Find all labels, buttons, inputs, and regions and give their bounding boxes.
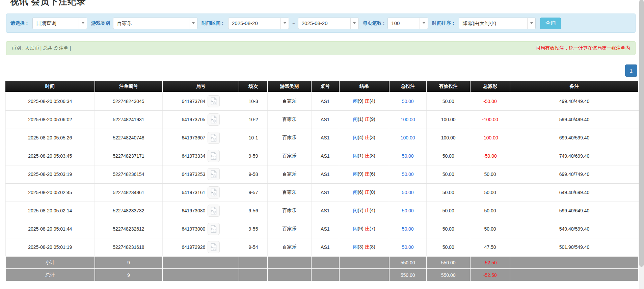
cell-total-bet[interactable]: 50.00: [389, 238, 427, 256]
cell-round-id: 641973607: [162, 129, 239, 147]
footer-empty-cell: [162, 269, 239, 281]
date-from-dropdown-button[interactable]: [280, 18, 289, 29]
table-row: 2025-08-20 05:06:34522748243045641973784…: [5, 92, 639, 110]
date-range-label: 时间区间：: [202, 20, 225, 26]
page-size-dropdown-button[interactable]: [420, 18, 428, 29]
chevron-down-icon: [284, 22, 286, 24]
table-row: 2025-08-20 05:02:45522748234861641973161…: [5, 183, 639, 202]
cell-remark: 699.40/599.40: [510, 129, 639, 147]
sort-order-dropdown-button[interactable]: [527, 18, 535, 29]
round-id-text: 641972926: [182, 244, 205, 250]
result-player-number: (1): [358, 116, 365, 122]
scrollbar-thumb[interactable]: [639, 0, 644, 267]
cell-time: 2025-08-20 05:06:02: [5, 110, 95, 129]
video-record-icon: [210, 225, 217, 233]
cell-game-type: 百家乐: [268, 165, 311, 183]
cell-result: 闲(3) 庄(8): [339, 238, 389, 256]
cell-session: 9-55: [239, 220, 267, 238]
cell-payout: 50.00: [470, 202, 510, 220]
select-mode-value[interactable]: 日期查询: [33, 18, 79, 29]
cell-total-bet[interactable]: 50.00: [389, 92, 427, 110]
column-header-5: 桌号: [311, 81, 339, 92]
game-type-value[interactable]: 百家乐: [113, 18, 189, 29]
date-from-picker[interactable]: 2025-08-20: [228, 18, 289, 29]
result-banker-number: (8): [370, 153, 375, 158]
video-replay-button[interactable]: [208, 95, 220, 107]
video-replay-button[interactable]: [208, 168, 220, 180]
cell-total-bet[interactable]: 50.00: [389, 147, 427, 165]
search-button[interactable]: 查询: [540, 18, 561, 29]
cell-payout: -100.00: [470, 129, 510, 147]
cell-bet-id: 522748234861: [95, 183, 163, 202]
page-size-value[interactable]: 100: [388, 18, 420, 29]
result-player-label: 闲: [353, 244, 358, 249]
cell-result: 闲(6) 庄(0): [339, 183, 389, 202]
cell-session: 10-3: [239, 92, 267, 110]
filter-bar: 请选择： 日期查询 游戏类别 百家乐 时间区间： 2025-08-20 ~ 20…: [6, 14, 636, 33]
table-header-row: 时间注单编号局号场次游戏类别桌号结果总投注有效投注总派彩备注: [5, 81, 639, 92]
subtotal-row: 小计9550.00550.00-52.50: [5, 256, 639, 269]
page-title-clip: 视讯 会员下注纪录: [10, 0, 639, 6]
table-footer: 小计9550.00550.00-52.50总计9550.00550.00-52.…: [5, 256, 639, 281]
cell-game-type: 百家乐: [268, 147, 311, 165]
chevron-down-icon: [423, 22, 425, 24]
game-type-dropdown[interactable]: 百家乐: [113, 18, 197, 29]
cell-bet-id: 522748233732: [95, 202, 163, 220]
sort-order-value[interactable]: 降冪(由大到小): [459, 18, 527, 29]
cell-game-type: 百家乐: [268, 220, 311, 238]
game-type-dropdown-button[interactable]: [189, 18, 197, 29]
cell-bet-id: 522748240748: [95, 129, 163, 147]
date-to-dropdown-button[interactable]: [350, 18, 358, 29]
cell-bet-id: 522748236154: [95, 165, 163, 183]
video-replay-button[interactable]: [208, 132, 220, 144]
cell-valid-bet: 50.00: [426, 220, 470, 238]
cell-game-type: 百家乐: [268, 202, 311, 220]
date-to-value[interactable]: 2025-08-20: [298, 18, 350, 29]
select-mode-dropdown-button[interactable]: [79, 18, 87, 29]
cell-total-bet[interactable]: 50.00: [389, 202, 427, 220]
page-button-1[interactable]: 1: [625, 64, 637, 77]
result-banker-label: 庄: [365, 116, 370, 122]
result-banker-number: (0): [370, 189, 375, 195]
video-replay-button[interactable]: [208, 223, 220, 235]
result-player-number: (6): [358, 189, 365, 195]
footer-valid-bet: 550.00: [426, 256, 470, 269]
cell-total-bet[interactable]: 50.00: [389, 183, 427, 202]
cell-round-id: 641972926: [162, 238, 239, 256]
cell-game-type: 百家乐: [268, 110, 311, 129]
page-size-dropdown[interactable]: 100: [387, 18, 428, 29]
cell-total-bet[interactable]: 50.00: [389, 165, 427, 183]
footer-total-bet: 550.00: [389, 256, 427, 269]
grandtotal-row: 总计9550.00550.00-52.50: [5, 269, 639, 281]
video-record-icon: [210, 152, 217, 160]
window-scrollbar[interactable]: [639, 0, 644, 289]
date-to-picker[interactable]: 2025-08-20: [298, 18, 359, 29]
cell-total-bet[interactable]: 100.00: [389, 129, 427, 147]
video-replay-button[interactable]: [208, 150, 220, 162]
cell-result: 闲(1) 庄(8): [339, 147, 389, 165]
result-player-label: 闲: [353, 208, 358, 213]
footer-label: 小计: [5, 256, 95, 269]
video-replay-button[interactable]: [208, 113, 220, 126]
date-from-value[interactable]: 2025-08-20: [229, 18, 280, 29]
cell-total-bet[interactable]: 100.00: [389, 110, 427, 129]
result-player-label: 闲: [353, 116, 358, 122]
cell-total-bet[interactable]: 50.00: [389, 220, 427, 238]
chevron-down-icon: [530, 22, 533, 24]
video-replay-button[interactable]: [208, 186, 220, 199]
cell-time: 2025-08-20 05:03:45: [5, 147, 95, 165]
cell-table-no: AS1: [311, 110, 339, 129]
cell-bet-id: 522748231618: [95, 238, 163, 256]
footer-empty-cell: [268, 256, 311, 269]
cell-result: 闲(4) 庄(3): [339, 129, 389, 147]
video-replay-button[interactable]: [208, 241, 220, 253]
cell-round-id: 641973253: [162, 165, 239, 183]
table-row: 2025-08-20 05:01:19522748231618641972926…: [5, 238, 639, 256]
cell-remark: 549.40/599.40: [510, 220, 639, 238]
result-player-number: (9): [358, 171, 365, 177]
video-replay-button[interactable]: [208, 205, 220, 217]
result-banker-label: 庄: [365, 244, 370, 249]
select-mode-dropdown[interactable]: 日期查询: [32, 18, 87, 29]
sort-order-dropdown[interactable]: 降冪(由大到小): [459, 18, 536, 29]
cell-time: 2025-08-20 05:02:14: [5, 202, 95, 220]
